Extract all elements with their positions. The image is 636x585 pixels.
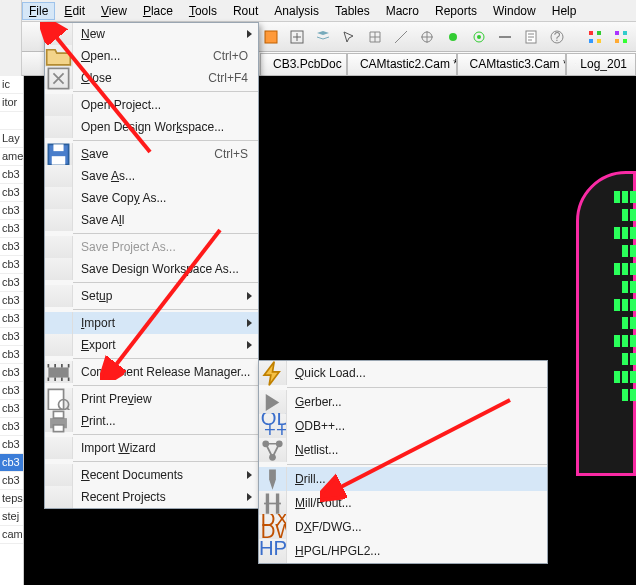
menu-item-recent-documents[interactable]: Recent Documents — [45, 464, 258, 486]
layer-row[interactable]: ic — [0, 76, 23, 94]
layer-row[interactable]: cb3 — [0, 202, 23, 220]
layer-row[interactable]: cam — [0, 526, 23, 544]
layer-row[interactable]: cb3 — [0, 292, 23, 310]
submenu-item-dxf-dwg[interactable]: DXFDWGDXF/DWG... — [259, 515, 547, 539]
tab-log[interactable]: Log_201 — [566, 53, 636, 75]
hpgl-icon: HPGL — [259, 539, 287, 563]
menu-edit[interactable]: Edit — [57, 2, 92, 20]
menu-reports[interactable]: Reports — [428, 2, 484, 20]
menu-tables[interactable]: Tables — [328, 2, 377, 20]
menu-item-import-wizard[interactable]: Import Wizard — [45, 437, 258, 459]
tab-cam2[interactable]: CAMtastic2.Cam * — [347, 53, 457, 75]
menu-window[interactable]: Window — [486, 2, 543, 20]
svg-rect-6 — [499, 36, 511, 38]
tool-pal1-icon[interactable] — [584, 26, 606, 48]
netlist-icon — [259, 438, 287, 462]
tool-question-icon[interactable]: ? — [546, 26, 568, 48]
tool-pal2-icon[interactable] — [610, 26, 632, 48]
menu-view[interactable]: View — [94, 2, 134, 20]
svg-rect-12 — [589, 39, 593, 43]
tab-cam3[interactable]: CAMtastic3.Cam * — [457, 53, 567, 75]
layer-row[interactable]: cb3 — [0, 238, 23, 256]
submenu-arrow-icon — [247, 292, 252, 300]
layer-row[interactable]: cb3 — [0, 346, 23, 364]
menu-place[interactable]: Place — [136, 2, 180, 20]
blank-icon — [45, 165, 73, 187]
menu-item-label: Recent Projects — [73, 490, 258, 504]
tool-select-icon[interactable] — [338, 26, 360, 48]
submenu-item-quick-load[interactable]: Quick Load... — [259, 361, 547, 385]
blank-icon — [45, 334, 73, 356]
svg-rect-16 — [615, 39, 619, 43]
layer-row[interactable]: cb3 — [0, 166, 23, 184]
layer-row[interactable]: cb3 — [0, 310, 23, 328]
annotation-arrow-2 — [100, 220, 240, 380]
tool-layers-icon[interactable] — [312, 26, 334, 48]
menu-macro[interactable]: Macro — [379, 2, 426, 20]
layer-row[interactable]: stej — [0, 508, 23, 526]
menu-item-print[interactable]: Print... — [45, 410, 258, 432]
menu-item-label: Save Copy As... — [73, 191, 258, 205]
menu-item-save-copy-as[interactable]: Save Copy As... — [45, 187, 258, 209]
submenu-item-label: Quick Load... — [287, 366, 547, 380]
menu-route[interactable]: Rout — [226, 2, 265, 20]
tool-grid-icon[interactable] — [364, 26, 386, 48]
tool-via-icon[interactable] — [468, 26, 490, 48]
submenu-arrow-icon — [247, 30, 252, 38]
pcb-components — [598, 191, 636, 461]
tool-report-icon[interactable] — [520, 26, 542, 48]
layer-row[interactable]: cb3 — [0, 400, 23, 418]
layer-row[interactable]: cb3 — [0, 220, 23, 238]
layer-row[interactable]: cb3 — [0, 256, 23, 274]
svg-rect-23 — [575, 64, 576, 65]
menu-item-recent-projects[interactable]: Recent Projects — [45, 486, 258, 508]
svg-rect-10 — [589, 31, 593, 35]
blank-icon — [45, 285, 73, 307]
layer-row[interactable]: cb3 — [0, 418, 23, 436]
submenu-item-label: DXF/DWG... — [287, 520, 547, 534]
menu-item-save-as[interactable]: Save As... — [45, 165, 258, 187]
menubar: File Edit View Place Tools Rout Analysis… — [0, 0, 636, 22]
svg-rect-28 — [48, 367, 68, 377]
submenu-arrow-icon — [247, 341, 252, 349]
svg-rect-0 — [265, 31, 277, 43]
layer-row[interactable]: cb3 — [0, 328, 23, 346]
svg-rect-33 — [53, 424, 63, 431]
blank-icon — [45, 209, 73, 231]
tab-pcb3[interactable]: CB3.PcbDoc — [260, 53, 347, 75]
layer-row[interactable]: cb3 — [0, 184, 23, 202]
menu-file[interactable]: File — [22, 2, 55, 20]
tool-netlist-icon[interactable] — [286, 26, 308, 48]
submenu-arrow-icon — [247, 319, 252, 327]
layer-row[interactable]: cb3 — [0, 436, 23, 454]
tool-pad-icon[interactable] — [442, 26, 464, 48]
svg-line-44 — [335, 400, 510, 490]
layer-row[interactable]: teps — [0, 490, 23, 508]
tab-label: CAMtastic2.Cam * — [360, 57, 457, 71]
layer-row[interactable]: cb3 — [0, 382, 23, 400]
menu-item-label: Print Preview — [73, 392, 258, 406]
layer-row[interactable]: ame — [0, 148, 23, 166]
layer-row[interactable]: Lay — [0, 130, 23, 148]
submenu-item-hpgl-hpgl[interactable]: HPGLHPGL/HPGL2... — [259, 539, 547, 563]
tab-label: Log_201 — [580, 57, 627, 71]
tool-origin-icon[interactable] — [416, 26, 438, 48]
svg-rect-14 — [615, 31, 619, 35]
tool-gerber-icon[interactable] — [260, 26, 282, 48]
tool-line-icon[interactable] — [494, 26, 516, 48]
tab-label: CAMtastic3.Cam * — [470, 57, 567, 71]
text-doc-icon — [575, 56, 576, 72]
submenu-item-label: HPGL/HPGL2... — [287, 544, 547, 558]
layer-row[interactable]: cb3 — [0, 364, 23, 382]
blank-icon — [45, 187, 73, 209]
menu-item-print-preview[interactable]: Print Preview — [45, 388, 258, 410]
menu-tools[interactable]: Tools — [182, 2, 224, 20]
menu-help[interactable]: Help — [545, 2, 584, 20]
layer-row[interactable]: itor — [0, 94, 23, 112]
tool-measure-icon[interactable] — [390, 26, 412, 48]
layer-row[interactable] — [0, 112, 23, 130]
layer-row[interactable]: cb3 — [0, 454, 23, 472]
layer-row[interactable]: cb3 — [0, 472, 23, 490]
menu-analysis[interactable]: Analysis — [267, 2, 326, 20]
layer-row[interactable]: cb3 — [0, 274, 23, 292]
